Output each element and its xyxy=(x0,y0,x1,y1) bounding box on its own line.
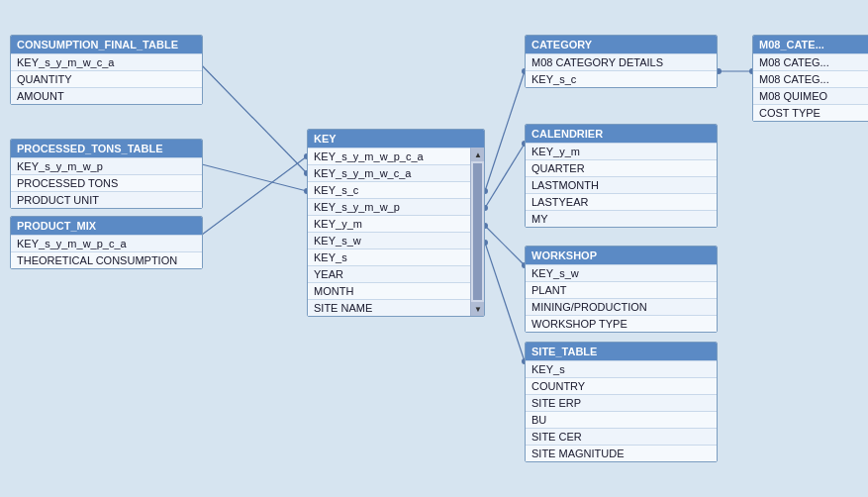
field-key-s-y-m-w-p: KEY_s_y_m_w_p xyxy=(308,198,470,215)
table-header-product-mix: PRODUCT_MIX xyxy=(11,217,202,235)
table-header-site: SITE_TABLE xyxy=(526,343,717,360)
field-key-s-y-m-w-p: KEY_s_y_m_w_p xyxy=(11,157,202,174)
scroll-down-arrow[interactable]: ▼ xyxy=(471,302,484,316)
table-calendrier: CALENDRIER KEY_y_m QUARTER LASTMONTH LAS… xyxy=(525,124,718,228)
field-key-y-m-cal: KEY_y_m xyxy=(526,143,717,159)
svg-line-0 xyxy=(198,61,307,173)
field-key-s-c: KEY_s_c xyxy=(308,181,470,198)
field-workshop-type: WORKSHOP TYPE xyxy=(526,315,717,332)
field-key-s-y-m-w-p-c-a: KEY_s_y_m_w_p_c_a xyxy=(308,148,470,164)
field-my: MY xyxy=(526,210,717,227)
table-header-key: KEY xyxy=(308,130,484,148)
svg-line-3 xyxy=(485,71,525,191)
field-quantity: QUANTITY xyxy=(11,70,202,87)
field-site-magnitude: SITE MAGNITUDE xyxy=(526,445,717,461)
table-site: SITE_TABLE KEY_s COUNTRY SITE ERP BU SIT… xyxy=(525,342,718,462)
table-header-m08-cate: M08_CATE... xyxy=(753,36,868,53)
table-product-mix: PRODUCT_MIX KEY_s_y_m_w_p_c_a THEORETICA… xyxy=(10,216,203,269)
field-key-s-site: KEY_s xyxy=(526,360,717,377)
field-site-name: SITE NAME xyxy=(308,299,470,316)
field-m08-quimeo: M08 QUIMEO xyxy=(753,87,868,104)
table-header-processed-tons: PROCESSED_TONS_TABLE xyxy=(11,140,202,157)
svg-line-6 xyxy=(485,243,525,361)
field-site-cer: SITE CER xyxy=(526,428,717,445)
field-country: COUNTRY xyxy=(526,377,717,394)
field-lastmonth: LASTMONTH xyxy=(526,176,717,193)
table-header-workshop: WORKSHOP xyxy=(526,247,717,264)
scroll-thumb[interactable] xyxy=(473,163,482,300)
svg-line-5 xyxy=(485,226,525,265)
field-lastyear: LASTYEAR xyxy=(526,193,717,210)
db-diagram: CONSUMPTION_FINAL_TABLE KEY_s_y_m_w_c_a … xyxy=(0,0,868,497)
field-site-erp: SITE ERP xyxy=(526,394,717,411)
field-quarter: QUARTER xyxy=(526,159,717,176)
field-plant: PLANT xyxy=(526,281,717,298)
field-key-s-y-m-w-c-a-1: KEY_s_y_m_w_c_a xyxy=(11,53,202,70)
field-year: YEAR xyxy=(308,265,470,282)
table-processed-tons: PROCESSED_TONS_TABLE KEY_s_y_m_w_p PROCE… xyxy=(10,139,203,209)
field-month: MONTH xyxy=(308,282,470,299)
table-consumption-final: CONSUMPTION_FINAL_TABLE KEY_s_y_m_w_c_a … xyxy=(10,35,203,105)
table-m08-cate: M08_CATE... M08 CATEG... M08 CATEG... M0… xyxy=(752,35,868,122)
field-key-s-y-m-w-c-a: KEY_s_y_m_w_c_a xyxy=(308,164,470,181)
table-workshop: WORKSHOP KEY_s_w PLANT MINING/PRODUCTION… xyxy=(525,246,718,333)
scroll-up-arrow[interactable]: ▲ xyxy=(471,148,484,161)
table-header-consumption-final: CONSUMPTION_FINAL_TABLE xyxy=(11,36,202,53)
scrollbar[interactable]: ▲ ▼ xyxy=(470,148,484,316)
field-key-s-y-m-w-p-c-a-2: KEY_s_y_m_w_p_c_a xyxy=(11,235,202,251)
field-key-s-c-cat: KEY_s_c xyxy=(526,70,717,87)
table-header-calendrier: CALENDRIER xyxy=(526,125,717,143)
field-key-s: KEY_s xyxy=(308,248,470,265)
field-key-y-m: KEY_y_m xyxy=(308,215,470,232)
field-m08-category-details: M08 CATEGORY DETAILS xyxy=(526,53,717,70)
svg-line-4 xyxy=(485,144,525,208)
svg-line-2 xyxy=(198,156,307,238)
field-key-s-w-ws: KEY_s_w xyxy=(526,264,717,281)
field-processed-tons: PROCESSED TONS xyxy=(11,174,202,191)
table-category: CATEGORY M08 CATEGORY DETAILS KEY_s_c xyxy=(525,35,718,88)
field-product-unit: PRODUCT UNIT xyxy=(11,191,202,208)
table-header-category: CATEGORY xyxy=(526,36,717,53)
field-m08-categ-2: M08 CATEG... xyxy=(753,70,868,87)
field-bu: BU xyxy=(526,411,717,428)
field-amount: AMOUNT xyxy=(11,87,202,104)
field-key-s-w: KEY_s_w xyxy=(308,232,470,248)
table-key: KEY KEY_s_y_m_w_p_c_a KEY_s_y_m_w_c_a KE… xyxy=(307,129,485,317)
field-mining-production: MINING/PRODUCTION xyxy=(526,298,717,315)
svg-line-1 xyxy=(198,163,307,191)
field-m08-categ-1: M08 CATEG... xyxy=(753,53,868,70)
field-cost-type: COST TYPE xyxy=(753,104,868,121)
field-theoretical-consumption: THEORETICAL CONSUMPTION xyxy=(11,251,202,268)
